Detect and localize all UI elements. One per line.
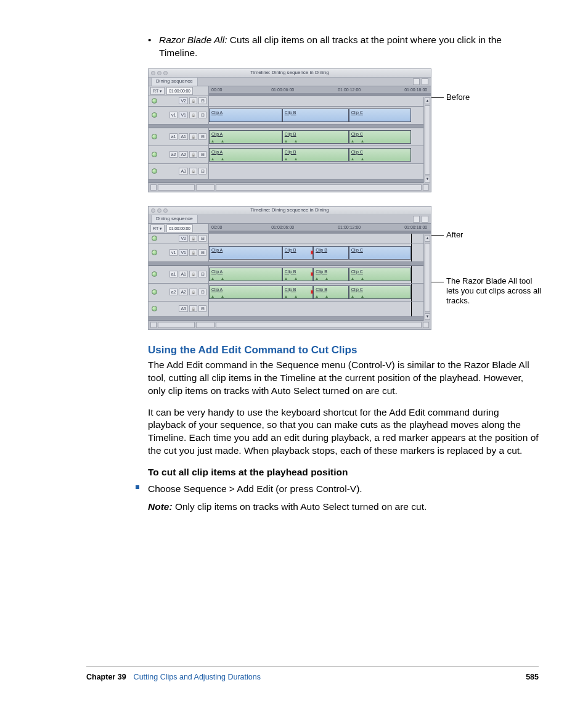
scroll-up-icon[interactable]: ▲ bbox=[425, 235, 430, 242]
src-a1[interactable]: a1 bbox=[169, 133, 178, 140]
lock-icon[interactable] bbox=[189, 151, 197, 158]
track-target-a2[interactable]: A2 bbox=[179, 289, 188, 295]
lock-icon[interactable] bbox=[189, 249, 197, 256]
clip[interactable]: Clip B bbox=[282, 109, 349, 122]
v-scrollbar[interactable]: ▲ ▼ bbox=[423, 97, 431, 183]
track-target-v2[interactable]: V2 bbox=[179, 235, 188, 242]
clip[interactable]: Clip B bbox=[282, 285, 313, 299]
speaker-icon[interactable] bbox=[150, 322, 157, 328]
min-dot-icon[interactable] bbox=[157, 71, 161, 75]
time-ruler[interactable]: 00:00 01:00:06:00 01:00:12:00 01:00:18:0… bbox=[209, 86, 431, 96]
playhead[interactable] bbox=[411, 302, 412, 316]
lock-icon[interactable] bbox=[189, 289, 197, 295]
autoselect-button[interactable]: ⊟ bbox=[198, 151, 206, 158]
scroll-thumb[interactable] bbox=[425, 243, 430, 312]
lock-icon[interactable] bbox=[189, 305, 197, 312]
audible-dot-icon[interactable] bbox=[152, 271, 157, 277]
playhead[interactable] bbox=[411, 234, 412, 244]
autoselect-button[interactable]: ⊟ bbox=[198, 249, 206, 256]
track-target-v2[interactable]: V2 bbox=[179, 97, 188, 104]
clip[interactable]: Clip C bbox=[349, 246, 411, 260]
playhead[interactable] bbox=[411, 266, 412, 283]
audible-dot-icon[interactable] bbox=[152, 306, 157, 311]
scroll-right-button[interactable] bbox=[423, 184, 429, 191]
clip[interactable]: Clip A bbox=[209, 268, 282, 281]
close-dot-icon[interactable] bbox=[151, 71, 155, 75]
audible-dot-icon[interactable] bbox=[152, 134, 157, 139]
layout-button[interactable] bbox=[413, 78, 420, 85]
src-v1[interactable]: v1 bbox=[169, 112, 178, 118]
scroll-right-button[interactable] bbox=[423, 322, 429, 328]
clip[interactable]: Clip B bbox=[282, 268, 313, 281]
clip[interactable]: Clip A bbox=[209, 130, 282, 144]
track-height-buttons[interactable] bbox=[158, 322, 195, 328]
clip[interactable]: Clip B bbox=[282, 148, 349, 162]
zoom-slider[interactable] bbox=[196, 184, 214, 191]
clip[interactable]: Clip A bbox=[209, 148, 282, 162]
track-content-a2[interactable]: Clip AClip BClip C bbox=[209, 146, 431, 163]
zoom-dot-icon[interactable] bbox=[163, 208, 168, 213]
src-v1[interactable]: v1 bbox=[169, 249, 178, 256]
zoom-dot-icon[interactable] bbox=[163, 71, 168, 75]
track-target-a1[interactable]: A1 bbox=[179, 271, 188, 277]
visibility-dot-icon[interactable] bbox=[152, 236, 157, 241]
clip[interactable]: Clip C bbox=[349, 109, 411, 122]
track-content-a1[interactable]: Clip AClip BClip C bbox=[209, 128, 431, 146]
track-target-a2[interactable]: A2 bbox=[179, 151, 188, 158]
lock-icon[interactable] bbox=[189, 97, 197, 104]
lock-icon[interactable] bbox=[189, 133, 197, 140]
clip[interactable]: Clip A bbox=[209, 285, 282, 299]
min-dot-icon[interactable] bbox=[157, 208, 161, 213]
clip[interactable]: Clip A bbox=[209, 109, 282, 122]
audible-dot-icon[interactable] bbox=[152, 152, 157, 157]
track-content-a1[interactable]: Clip AClip BClip BClip C bbox=[209, 266, 431, 283]
track-target-a3[interactable]: A3 bbox=[179, 305, 188, 312]
speaker-icon[interactable] bbox=[150, 184, 157, 191]
autoselect-button[interactable]: ⊟ bbox=[198, 97, 206, 104]
visibility-dot-icon[interactable] bbox=[152, 250, 157, 255]
layout-button[interactable] bbox=[413, 216, 420, 223]
scroll-up-icon[interactable]: ▲ bbox=[425, 97, 430, 104]
track-height-buttons[interactable] bbox=[158, 184, 195, 191]
track-target-a1[interactable]: A1 bbox=[179, 133, 188, 140]
close-dot-icon[interactable] bbox=[151, 208, 155, 213]
autoselect-button[interactable]: ⊟ bbox=[198, 235, 206, 242]
h-scrollbar[interactable] bbox=[216, 184, 422, 191]
track-content-v1[interactable]: Clip AClip BClip C bbox=[209, 107, 431, 124]
clip[interactable]: Clip C bbox=[349, 268, 411, 281]
src-a1[interactable]: a1 bbox=[169, 271, 178, 277]
autoselect-button[interactable]: ⊟ bbox=[198, 112, 206, 118]
clip[interactable]: Clip C bbox=[349, 148, 411, 162]
track-content-a2[interactable]: Clip AClip BClip BClip C bbox=[209, 284, 431, 301]
track-target-a3[interactable]: A3 bbox=[179, 168, 188, 174]
track-target-v1[interactable]: V1 bbox=[179, 249, 188, 256]
track-content-v2[interactable] bbox=[209, 96, 431, 106]
scroll-thumb[interactable] bbox=[425, 105, 430, 174]
clip[interactable]: Clip B bbox=[313, 246, 349, 260]
clip[interactable]: Clip B bbox=[313, 285, 349, 299]
h-scrollbar[interactable] bbox=[216, 322, 422, 328]
track-content-v2[interactable] bbox=[209, 234, 431, 244]
autoselect-button[interactable]: ⊟ bbox=[198, 271, 206, 277]
scroll-down-icon[interactable]: ▼ bbox=[425, 176, 430, 183]
clip[interactable]: Clip C bbox=[349, 285, 411, 299]
clip[interactable]: Clip B bbox=[282, 130, 349, 144]
src-a2[interactable]: a2 bbox=[169, 289, 178, 295]
clip[interactable]: Clip A bbox=[209, 246, 282, 260]
zoom-slider[interactable] bbox=[196, 322, 214, 328]
playhead[interactable] bbox=[411, 244, 412, 261]
track-content-a3[interactable] bbox=[209, 164, 431, 179]
sequence-tab[interactable]: Dining sequence bbox=[151, 77, 198, 86]
visibility-dot-icon[interactable] bbox=[152, 98, 157, 104]
time-ruler[interactable]: 00:00 01:00:06:00 01:00:12:00 01:00:18:0… bbox=[209, 224, 431, 233]
src-a2[interactable]: a2 bbox=[169, 151, 178, 158]
visibility-dot-icon[interactable] bbox=[152, 112, 157, 118]
autoselect-button[interactable]: ⊟ bbox=[198, 289, 206, 295]
audible-dot-icon[interactable] bbox=[152, 168, 157, 174]
lock-icon[interactable] bbox=[189, 235, 197, 242]
audible-dot-icon[interactable] bbox=[152, 289, 157, 295]
layout-button-2[interactable] bbox=[422, 216, 428, 223]
rt-button[interactable]: RT ▾ bbox=[150, 224, 165, 232]
autoselect-button[interactable]: ⊟ bbox=[198, 305, 206, 312]
track-target-v1[interactable]: V1 bbox=[179, 112, 188, 118]
